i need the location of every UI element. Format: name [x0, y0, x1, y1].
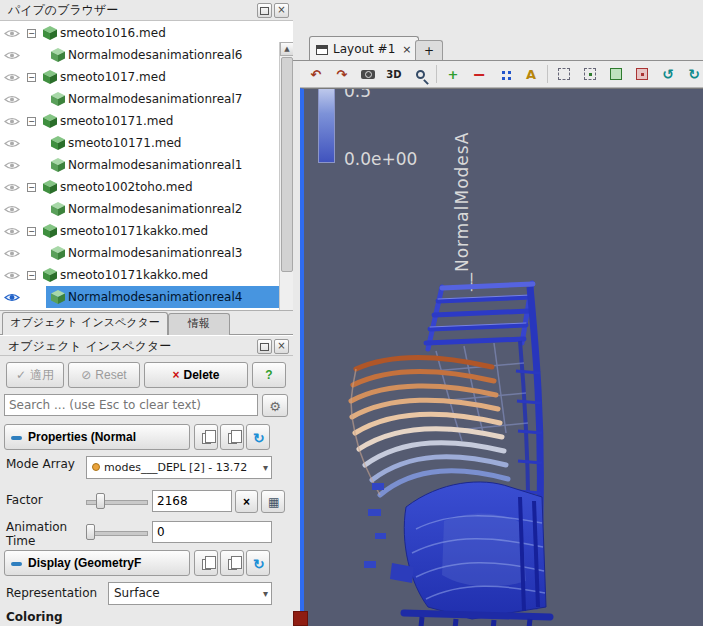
color-scale-bar[interactable] [318, 88, 335, 163]
visibility-eye-icon[interactable] [4, 72, 20, 83]
pipeline-item[interactable]: Normalmodesanimationreal6 [0, 44, 279, 66]
pipeline-item[interactable]: Normalmodesanimationreal1 [0, 154, 279, 176]
mode-array-combo[interactable]: modes___DEPL [2] - 13.72 ▾ [86, 456, 272, 479]
new-layout-tab[interactable]: + [415, 40, 443, 61]
layout-tab[interactable]: Layout #1× [309, 36, 419, 61]
select-cells-through-icon[interactable] [606, 64, 626, 84]
left-dock: パイプのブラウザー × − smeoto1016.med Normalmodes… [0, 0, 293, 626]
animation-time-row: Animation Time [0, 520, 293, 550]
pipeline-item[interactable]: Normalmodesanimationreal7 [0, 88, 279, 110]
visibility-eye-icon[interactable] [4, 292, 20, 303]
tree-expander-icon[interactable]: − [27, 117, 36, 126]
reset-display-defaults-button[interactable]: ↻ [246, 550, 270, 576]
camera-redo-icon[interactable]: ↷ [332, 64, 352, 84]
rotate-camera-cw-icon[interactable]: ↻ [684, 64, 703, 84]
magnifier-icon [416, 70, 425, 79]
close-tab-icon[interactable]: × [402, 43, 411, 56]
reset-center-icon[interactable]: − [469, 64, 489, 84]
animation-time-input[interactable] [152, 521, 272, 543]
pipeline-item[interactable]: − smeoto1016.med [0, 22, 279, 44]
visibility-eye-icon[interactable] [4, 270, 20, 281]
mode-array-label: Mode Array [6, 457, 80, 471]
object-inspector-title: オブジェクト インスペクター [8, 339, 171, 353]
pipeline-item[interactable]: − smeoto10171kakko.med [0, 264, 279, 286]
pipeline-item[interactable]: Normalmodesanimationreal3 [0, 242, 279, 264]
help-button[interactable]: ? [252, 362, 286, 388]
close-panel-button[interactable]: × [274, 339, 289, 354]
visibility-eye-icon[interactable] [4, 138, 20, 149]
select-points-region-icon[interactable] [580, 64, 600, 84]
pipeline-item[interactable]: − smeoto10171.med [0, 110, 279, 132]
select-points-through-icon[interactable] [632, 64, 652, 84]
tree-expander-icon[interactable]: − [27, 227, 36, 236]
tree-expander-icon[interactable]: − [27, 73, 36, 82]
tab-information[interactable]: 情報 [168, 313, 230, 335]
display-section-button[interactable]: Display (GeometryF [4, 550, 190, 576]
reset-button[interactable]: ⊘Reset [68, 362, 140, 388]
med-file-icon [42, 223, 58, 239]
copy-properties-button[interactable] [194, 424, 218, 450]
camera-undo-icon[interactable]: ↶ [306, 64, 326, 84]
search-input[interactable] [4, 394, 258, 416]
float-panel-button[interactable] [257, 339, 272, 354]
expression-button[interactable]: ▦ [261, 490, 285, 513]
visibility-eye-icon[interactable] [4, 116, 20, 127]
pipeline-item-label: Normalmodesanimationreal3 [68, 246, 242, 260]
render-viewport[interactable]: 0.5 0.0e+00 __NormalModesA [300, 88, 703, 626]
filter-icon [50, 289, 66, 305]
visibility-eye-icon[interactable] [4, 204, 20, 215]
visibility-eye-icon[interactable] [4, 28, 20, 39]
3d-model[interactable] [344, 271, 614, 626]
pipeline-item[interactable]: Normalmodesanimationreal2 [0, 198, 279, 220]
refresh-icon: ↻ [253, 556, 265, 572]
reset-defaults-button[interactable]: ↻ [246, 424, 270, 450]
float-panel-button[interactable] [257, 3, 272, 18]
scroll-up-button[interactable]: ▲ [280, 42, 293, 56]
paste-properties-button[interactable] [220, 424, 244, 450]
pipeline-item[interactable]: − smeoto1002toho.med [0, 176, 279, 198]
visibility-eye-icon[interactable] [4, 160, 20, 171]
set-view-up-icon[interactable]: A [521, 64, 541, 84]
tab-object-inspector[interactable]: オブジェクト インスペクター [2, 312, 168, 335]
inspector-action-row: ✓適用 ⊘Reset ×Delete ? [0, 362, 293, 390]
tree-expander-icon[interactable]: − [27, 271, 36, 280]
visibility-eye-icon[interactable] [4, 182, 20, 193]
representation-combo[interactable]: Surface ▾ [108, 582, 272, 605]
search-options-button[interactable]: ⚙ [262, 394, 288, 417]
pick-center-icon[interactable] [495, 64, 515, 84]
tree-scrollbar[interactable]: ▲ ▼ [279, 42, 293, 311]
pipeline-item-selected[interactable]: Normalmodesanimationreal4 [0, 286, 279, 308]
select-cells-region-icon[interactable] [554, 64, 574, 84]
rotate-camera-ccw-icon[interactable]: ↺ [658, 64, 678, 84]
slider-handle[interactable] [86, 524, 95, 540]
show-center-axes-icon[interactable]: + [443, 64, 463, 84]
tree-expander-icon[interactable]: − [27, 183, 36, 192]
animation-time-slider[interactable] [86, 523, 148, 541]
collapse-section-icon [11, 436, 22, 440]
visibility-eye-icon[interactable] [4, 248, 20, 259]
visibility-eye-icon[interactable] [4, 50, 20, 61]
delete-button[interactable]: ×Delete [144, 362, 248, 388]
pipeline-item[interactable]: smeoto10171.med [0, 132, 279, 154]
paste-display-button[interactable] [220, 550, 244, 576]
scrollbar-thumb[interactable] [281, 57, 293, 272]
copy-display-button[interactable] [194, 550, 218, 576]
pipeline-item[interactable]: − smeoto10171kakko.med [0, 220, 279, 242]
visibility-eye-icon[interactable] [4, 226, 20, 237]
orientation-axes-fragment [293, 611, 308, 626]
pipeline-item[interactable]: − smeoto1017.med [0, 66, 279, 88]
tree-expander-icon[interactable]: − [27, 29, 36, 38]
factor-slider[interactable] [86, 492, 148, 510]
pipeline-item-label: smeoto10171.med [60, 114, 173, 128]
properties-section-button[interactable]: Properties (Normal [4, 424, 190, 450]
apply-button[interactable]: ✓適用 [6, 362, 64, 388]
factor-input[interactable] [152, 490, 232, 512]
dots-icon [502, 71, 505, 74]
toggle-3d-mode-icon[interactable]: 3D [384, 64, 404, 84]
clear-factor-button[interactable]: × [235, 490, 258, 513]
slider-handle[interactable] [96, 493, 105, 509]
save-screenshot-icon[interactable] [358, 64, 378, 84]
visibility-eye-icon[interactable] [4, 94, 20, 105]
zoom-to-box-icon[interactable] [410, 64, 430, 84]
close-panel-button[interactable]: × [274, 3, 289, 18]
